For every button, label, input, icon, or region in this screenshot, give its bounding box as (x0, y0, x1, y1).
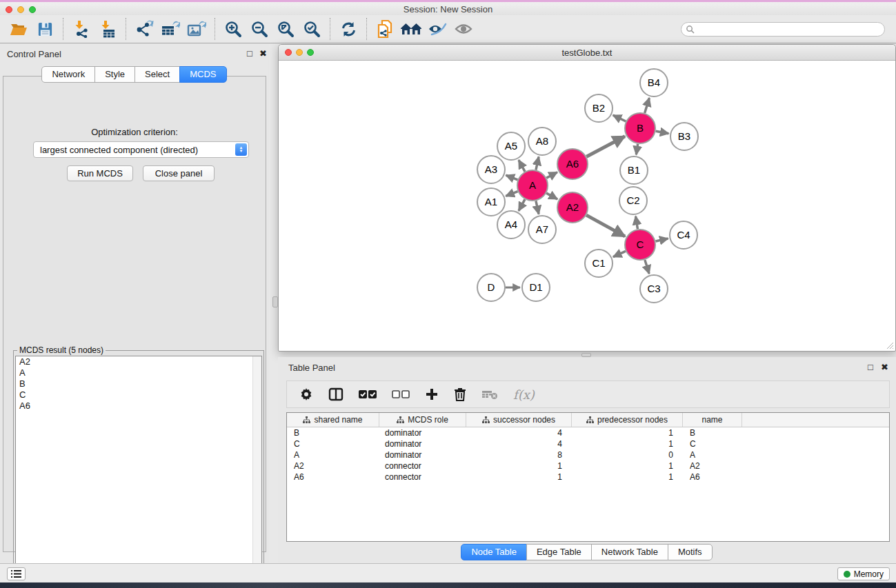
mcds-result-item[interactable]: C (16, 389, 261, 401)
duplicate-network-button[interactable] (372, 17, 398, 41)
function-builder-button[interactable]: f(x) (513, 387, 535, 402)
select-all-button[interactable] (359, 389, 377, 399)
zoom-selected-button[interactable] (299, 17, 325, 41)
tab-network-table[interactable]: Network Table (591, 544, 668, 560)
table-cell: B (683, 428, 742, 438)
tab-mcds[interactable]: MCDS (179, 66, 226, 83)
deselect-all-button[interactable] (392, 389, 410, 399)
column-header-shared-name[interactable]: shared name (287, 413, 379, 427)
column-header-successor-nodes[interactable]: successor nodes (466, 413, 572, 427)
edge-A6-B[interactable] (586, 136, 625, 157)
node-label-C4: C4 (677, 229, 690, 241)
edge-C-C1[interactable] (613, 251, 626, 256)
import-table-button[interactable] (94, 17, 121, 41)
export-image-button[interactable] (183, 17, 210, 41)
table-row[interactable]: Cdominator41C (287, 438, 889, 449)
search-icon (686, 25, 695, 34)
mcds-result-list[interactable]: A2ABCA6 (15, 356, 262, 580)
column-header-name[interactable]: name (683, 413, 742, 427)
table-cell: C (683, 439, 742, 449)
export-network-button[interactable] (131, 17, 157, 41)
save-session-button[interactable] (32, 17, 58, 41)
export-table-button[interactable] (157, 17, 183, 41)
zoom-in-icon (224, 20, 242, 38)
split-view-button[interactable] (328, 387, 344, 401)
node-table[interactable]: shared nameMCDS rolesuccessor nodesprede… (286, 412, 890, 542)
column-namespace-icon (397, 416, 404, 424)
column-namespace-icon (303, 416, 310, 424)
tab-style[interactable]: Style (94, 66, 135, 83)
edge-A-A6[interactable] (546, 172, 557, 178)
import-network-button[interactable] (68, 17, 94, 41)
refresh-button[interactable] (335, 17, 361, 41)
select-all-icon (359, 389, 377, 399)
edge-A-A2[interactable] (546, 193, 557, 199)
homes-icon (400, 21, 422, 37)
tab-network[interactable]: Network (41, 66, 95, 83)
resize-grip-icon[interactable] (886, 341, 894, 349)
open-session-button[interactable] (6, 17, 32, 41)
vertical-splitter-handle[interactable] (272, 296, 278, 307)
edge-B-B4[interactable] (645, 98, 650, 113)
delete-table-button[interactable] (481, 389, 498, 400)
delete-column-button[interactable] (454, 387, 466, 401)
table-row[interactable]: A2connector11A2 (287, 460, 889, 472)
table-row[interactable]: A6connector11A6 (287, 472, 889, 483)
node-label-A8: A8 (536, 135, 548, 147)
edge-A-A5[interactable] (519, 160, 525, 172)
desktop-wallpaper-strip (0, 582, 896, 588)
mcds-result-item[interactable]: A6 (16, 401, 261, 412)
mcds-result-group: MCDS result (5 nodes) A2ABCA6 (13, 350, 264, 582)
edge-C-C2[interactable] (636, 216, 638, 230)
edge-B-B2[interactable] (613, 115, 626, 121)
tab-select[interactable]: Select (135, 66, 180, 83)
mcds-result-item[interactable]: B (16, 378, 261, 389)
edge-B-B1[interactable] (636, 144, 637, 154)
list-scrollbar[interactable] (252, 356, 261, 580)
close-panel-button[interactable]: Close panel (143, 165, 215, 181)
mcds-result-item[interactable]: A (16, 367, 261, 378)
mcds-result-item[interactable]: A2 (16, 356, 261, 367)
network-window-titlebar[interactable]: testGlobe.txt (279, 45, 895, 61)
toolbar-search[interactable] (681, 22, 885, 37)
home-button[interactable] (398, 17, 424, 41)
close-panel-icon[interactable]: ✖ (259, 48, 267, 59)
edge-A-A7[interactable] (536, 201, 539, 214)
memory-button[interactable]: Memory (837, 567, 890, 580)
table-row[interactable]: Adominator80A (287, 449, 889, 460)
edge-A-A4[interactable] (519, 199, 525, 211)
edge-A-A3[interactable] (506, 175, 517, 180)
network-view-window: testGlobe.txt AA1A2A3A4A5A6A7A8BB1B2B3B4… (278, 44, 896, 352)
edge-A-A1[interactable] (506, 192, 517, 196)
table-close-icon[interactable]: ✖ (881, 362, 888, 372)
search-input[interactable] (695, 24, 880, 34)
edge-C-C3[interactable] (645, 260, 649, 274)
zoom-in-button[interactable] (220, 17, 246, 41)
task-history-button[interactable] (7, 567, 26, 580)
run-mcds-button[interactable]: Run MCDS (67, 165, 133, 181)
table-settings-button[interactable] (299, 387, 313, 401)
column-header-MCDS-role[interactable]: MCDS role (379, 413, 466, 427)
edge-B-B3[interactable] (656, 131, 669, 134)
table-float-icon[interactable]: □ (868, 362, 873, 372)
criterion-select[interactable]: largest connected component (directed) ▲… (33, 141, 249, 158)
zoom-out-icon (250, 20, 268, 38)
zoom-fit-button[interactable] (272, 17, 299, 41)
column-header-predecessor-nodes[interactable]: predecessor nodes (572, 413, 683, 427)
zoom-out-button[interactable] (246, 17, 272, 41)
table-row[interactable]: Bdominator41B (287, 427, 889, 438)
tab-motifs[interactable]: Motifs (668, 544, 713, 560)
hide-panels-button[interactable] (424, 17, 450, 41)
node-label-D: D (488, 281, 495, 293)
edge-A2-C[interactable] (586, 215, 625, 236)
edge-C-C4[interactable] (655, 239, 668, 241)
show-panels-button[interactable] (450, 17, 477, 41)
edge-A-A8[interactable] (536, 156, 539, 170)
tab-node-table[interactable]: Node Table (461, 544, 527, 560)
add-column-button[interactable] (425, 387, 439, 401)
float-panel-icon[interactable]: □ (247, 48, 252, 59)
network-canvas[interactable]: AA1A2A3A4A5A6A7A8BB1B2B3B4CC1C2C3C4DD1 (279, 61, 895, 350)
tab-edge-table[interactable]: Edge Table (526, 544, 592, 560)
table-cell: 1 (572, 439, 683, 449)
network-graph[interactable]: AA1A2A3A4A5A6A7A8BB1B2B3B4CC1C2C3C4DD1 (279, 61, 896, 352)
